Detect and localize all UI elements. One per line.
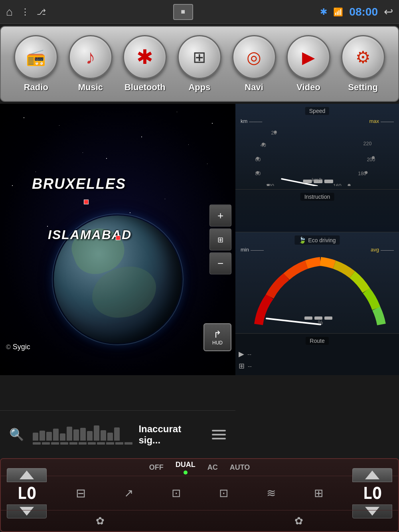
signal-bar: 🔍 (0, 410, 235, 458)
svg-rect-30 (324, 316, 332, 320)
route-row-2: ⊞ -- (239, 360, 396, 372)
setting-label: Setting (348, 82, 378, 93)
map-area: BRUXELLES ISLAMABAD © Sygic + ⊞ − ↱ HUD (0, 104, 235, 375)
sygic-logo: © Sygic (6, 343, 30, 351)
svg-point-13 (256, 157, 259, 160)
navi-label: Navi (245, 82, 263, 93)
left-temp-up-button[interactable] (7, 468, 47, 482)
menu-button[interactable] (209, 423, 229, 445)
sidebar-item-radio[interactable]: 📻 Radio (14, 35, 58, 93)
signal-bar-5 (60, 433, 65, 441)
rear-defrost-icon[interactable]: ⊟ (76, 486, 86, 500)
zoom-out-button[interactable]: − (209, 253, 231, 275)
sidebar-item-apps[interactable]: ⊞ Apps (178, 35, 221, 93)
svg-rect-25 (324, 180, 333, 183)
signal-dash-5 (69, 442, 77, 445)
left-fan-icon[interactable]: ✿ (96, 515, 105, 527)
signal-dash-9 (106, 442, 114, 445)
signal-bar-4 (53, 429, 59, 441)
bruxelles-city-label: BRUXELLES (32, 176, 126, 192)
dual-indicator-dot (184, 471, 188, 475)
airflow-icon[interactable]: ↗ (124, 487, 133, 500)
hud-label: HUD (212, 340, 223, 346)
right-temp-up-button[interactable] (352, 468, 392, 482)
vent-icon[interactable]: ≋ (267, 487, 276, 500)
search-icon: 🔍 (9, 427, 24, 441)
svg-point-21 (372, 156, 375, 159)
route-direction-icon: ▶ (239, 350, 244, 358)
setting-button[interactable]: ⚙ (341, 35, 385, 79)
map-controls: + ⊞ − (209, 205, 231, 275)
sidebar-item-navi[interactable]: ◎ Navi (232, 35, 276, 93)
signal-bar-12 (107, 433, 113, 441)
music-icon: ♪ (85, 45, 95, 69)
svg-point-11 (274, 131, 277, 133)
stop-button[interactable]: ■ (173, 4, 193, 20)
ac-grid-icon[interactable]: ⊞ (314, 487, 323, 500)
menu-line-1 (212, 430, 226, 431)
hud-button[interactable]: ↱ HUD (203, 323, 231, 351)
bruxelles-dot (84, 200, 89, 204)
instruction-title: Instruction (300, 193, 334, 201)
sidebar-item-music[interactable]: ♪ Music (69, 35, 113, 93)
signal-bars-bottom (33, 442, 132, 445)
sidebar-item-setting[interactable]: ⚙ Setting (341, 35, 385, 93)
wifi-icon: 📶 (333, 7, 343, 17)
instruction-panel: Instruction (235, 190, 399, 232)
climate-control-bar: OFF DUAL AC AUTO LO ⊟ ↗ ⊡ ⊡ ≋ ⊞ (0, 458, 399, 532)
search-button[interactable]: 🔍 (6, 423, 27, 445)
stop-icon: ■ (181, 8, 185, 16)
radio-button[interactable]: 📻 (14, 35, 58, 79)
apps-button[interactable]: ⊞ (178, 35, 221, 79)
music-label: Music (78, 82, 103, 93)
bluetooth-status-icon: ✱ (320, 7, 327, 17)
signal-bar-9 (87, 431, 93, 441)
sidebar-item-bluetooth[interactable]: ✱ Bluetooth (123, 35, 167, 93)
right-fan-icon[interactable]: ✿ (294, 515, 303, 527)
climate-off-button[interactable]: OFF (149, 463, 164, 472)
radio-label: Radio (24, 82, 48, 93)
menu-dots-icon[interactable]: ⋮ (21, 7, 29, 17)
signal-dash-1 (33, 442, 41, 445)
home-icon[interactable]: ⌂ (6, 6, 13, 18)
signal-dash-7 (88, 442, 96, 445)
climate-ac-button[interactable]: AC (207, 463, 218, 472)
signal-bar-8 (80, 428, 86, 441)
sidebar-item-video[interactable]: ▶ Video (286, 35, 330, 93)
up-arrow-icon (365, 471, 379, 479)
bluetooth-button[interactable]: ✱ (123, 35, 167, 79)
navi-button[interactable]: ◎ (232, 35, 276, 79)
climate-dual-button[interactable]: DUAL (176, 461, 196, 469)
signal-dash-2 (42, 442, 50, 445)
svg-text:160: 160 (333, 183, 342, 186)
back-icon[interactable]: ↩ (384, 5, 393, 18)
speed-title: Speed (305, 107, 329, 115)
signal-bar-3 (46, 432, 52, 441)
apps-icon: ⊞ (193, 48, 206, 66)
music-button[interactable]: ♪ (69, 35, 113, 79)
seat-heat-rear-icon[interactable]: ⊡ (219, 487, 228, 500)
clock: 08:00 (349, 6, 378, 18)
grid-button[interactable]: ⊞ (209, 229, 231, 251)
signal-status-text: Inaccurat sig... (138, 423, 202, 446)
hud-arrow-icon: ↱ (213, 329, 221, 340)
navigation-bar: 📻 Radio ♪ Music ✱ Bluetooth ⊞ Apps ◎ Nav… (0, 26, 399, 102)
signal-bar-1 (33, 433, 38, 441)
radio-icon: 📻 (26, 48, 46, 67)
eco-gauge-svg: % (239, 253, 399, 328)
seat-heat-front-icon[interactable]: ⊡ (172, 487, 181, 500)
video-icon: ▶ (302, 47, 315, 67)
up-arrow-icon (20, 471, 34, 479)
route-panel: Route ▶ -- ⊞ -- (235, 334, 399, 375)
islamabad-dot (116, 235, 120, 240)
zoom-in-button[interactable]: + (209, 205, 231, 227)
signal-bars (33, 425, 132, 445)
video-button[interactable]: ▶ (286, 35, 330, 79)
speedometer-gauge: 20 40 60 80 100 120 140 160 180 200 220 (239, 122, 396, 186)
route-info-icon: ⊞ (239, 362, 245, 370)
climate-top-controls: OFF DUAL AC AUTO (1, 459, 398, 476)
usb-icon: ⎇ (37, 7, 46, 17)
right-panel: Speed km ——— max ——— 20 40 (235, 104, 399, 375)
climate-auto-button[interactable]: AUTO (230, 463, 250, 472)
route-row-2-value: -- (248, 363, 252, 370)
